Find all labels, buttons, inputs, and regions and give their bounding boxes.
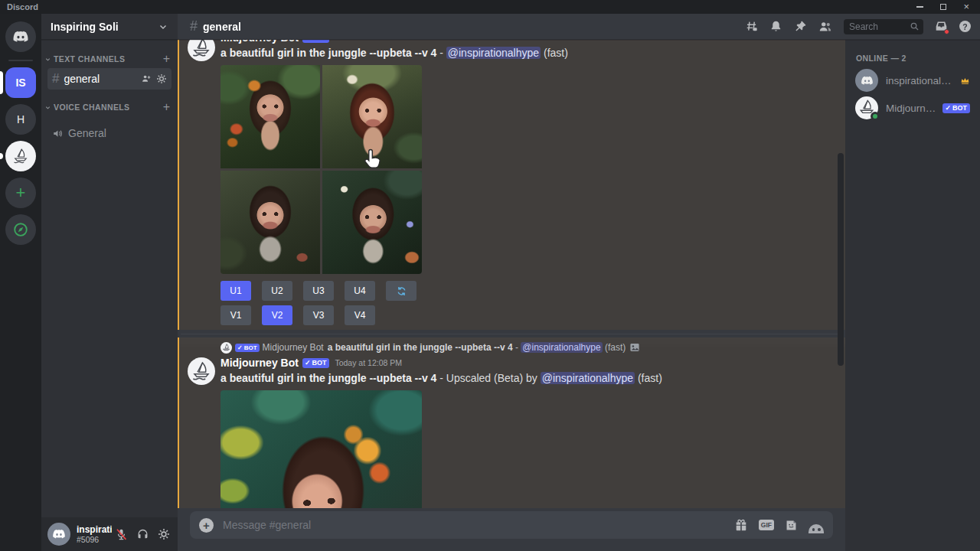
author-name[interactable]: Midjourney Bot: [220, 40, 299, 44]
reply-preview-text[interactable]: a beautiful girl in the junggle --upbeta…: [328, 342, 626, 353]
upscale-button-u3[interactable]: U3: [303, 281, 334, 301]
verified-check-icon: ✓: [305, 359, 311, 367]
mention-pill[interactable]: @inspirationalhype: [446, 47, 541, 59]
member-list-icon[interactable]: [818, 20, 832, 34]
channel-general[interactable]: # general: [47, 68, 172, 90]
bot-badge: ✓BOT: [302, 358, 330, 368]
unread-pill: [0, 153, 3, 159]
reply-author-name[interactable]: Midjourney Bot: [263, 342, 324, 353]
generated-image-3[interactable]: [220, 171, 320, 274]
variation-button-v1[interactable]: V1: [220, 305, 251, 325]
search-input[interactable]: [849, 21, 910, 32]
prompt-text: a beautiful girl in the junggle --upbeta…: [220, 47, 436, 59]
bot-badge: ✓BOT: [235, 344, 260, 352]
server-icon-h[interactable]: H: [0, 104, 41, 135]
emoji-picker-icon[interactable]: [808, 517, 824, 533]
notifications-bell-icon[interactable]: [769, 20, 782, 33]
message-divider: [181, 334, 838, 334]
hash-icon: #: [52, 71, 59, 86]
content-area: # general: [178, 14, 980, 551]
gif-picker-icon[interactable]: GIF: [759, 520, 774, 531]
message-input[interactable]: [223, 519, 728, 531]
add-server-button[interactable]: +: [0, 178, 41, 208]
server-icon-inspiring-soli[interactable]: IS: [0, 67, 41, 98]
variation-button-v4[interactable]: V4: [345, 305, 375, 325]
maximize-icon[interactable]: [940, 4, 946, 10]
generated-image-2[interactable]: [322, 65, 422, 168]
author-name[interactable]: Midjourney Bot: [220, 357, 299, 369]
variation-button-v2[interactable]: V2: [262, 305, 292, 325]
member-inspirationalhype[interactable]: inspirationalhype: [851, 67, 974, 93]
generated-image-1[interactable]: [220, 65, 320, 168]
create-channel-icon[interactable]: +: [163, 52, 170, 66]
user-avatar[interactable]: [47, 523, 70, 546]
upscaled-image-attachment[interactable]: [220, 390, 422, 508]
category-text-channels[interactable]: TEXT CHANNELS +: [41, 51, 178, 67]
minimize-icon[interactable]: [916, 6, 923, 8]
deafen-headphones-icon[interactable]: [133, 525, 152, 543]
upscale-button-u2[interactable]: U2: [262, 281, 292, 301]
discord-logo-icon: [12, 28, 29, 45]
search-box[interactable]: [844, 19, 923, 34]
sticker-icon[interactable]: [785, 519, 798, 532]
message-grid-result: Midjourney Bot ✓BOT a beautiful girl in …: [178, 40, 845, 330]
refresh-icon: [396, 285, 407, 297]
help-icon[interactable]: ?: [959, 21, 971, 32]
rail-divider: [8, 60, 33, 61]
inbox-unread-dot: [944, 29, 949, 34]
message-text: a beautiful girl in the junggle --upbeta…: [220, 46, 833, 60]
edit-channel-gear-icon[interactable]: [156, 73, 167, 84]
category-voice-channels[interactable]: VOICE CHANNELS +: [41, 99, 178, 116]
image-attachment-icon: [629, 342, 640, 353]
search-icon: [910, 21, 920, 31]
timestamp: Today at 12:08 PM: [335, 358, 402, 367]
invite-people-icon[interactable]: [141, 73, 152, 84]
voice-channel-general[interactable]: General: [47, 123, 172, 143]
chevron-down-icon: [44, 104, 51, 111]
chevron-down-icon: [158, 21, 168, 32]
server-header[interactable]: Inspiring Soli: [41, 14, 178, 40]
titlebar: Discord ×: [0, 0, 980, 14]
threads-icon[interactable]: [745, 20, 758, 33]
member-midjourney-bot[interactable]: Midjourney Bot ✓BOT: [851, 95, 974, 121]
username: inspiration...: [77, 524, 112, 535]
server-rail: IS H +: [0, 14, 41, 551]
message-header-clipped: Midjourney Bot ✓BOT: [220, 40, 833, 44]
message-input-bar[interactable]: + GIF: [190, 511, 833, 539]
avatar: [855, 69, 878, 92]
variation-button-v3[interactable]: V3: [303, 305, 334, 325]
midjourney-bot-avatar[interactable]: [188, 357, 215, 385]
reply-author-avatar[interactable]: [220, 342, 232, 354]
mic-muted-icon[interactable]: [112, 525, 130, 543]
close-icon[interactable]: ×: [963, 3, 969, 11]
chevron-down-icon: [44, 56, 51, 63]
composer: + GIF: [178, 508, 845, 551]
mention-pill[interactable]: @inspirationalhype: [521, 342, 602, 353]
home-button[interactable]: [0, 21, 41, 52]
upscale-button-u4[interactable]: U4: [345, 281, 375, 301]
message-scroll-area[interactable]: Midjourney Bot ✓BOT a beautiful girl in …: [178, 40, 845, 508]
message-text: a beautiful girl in the junggle --upbeta…: [220, 371, 833, 386]
member-list: ONLINE — 2 inspirationalhype: [845, 40, 980, 551]
inbox-icon[interactable]: [935, 20, 948, 33]
app-title: Discord: [0, 2, 38, 11]
settings-gear-icon[interactable]: [155, 525, 173, 543]
explore-servers-button[interactable]: [0, 214, 41, 245]
reply-reference[interactable]: ✓BOT Midjourney Bot a beautiful girl in …: [220, 341, 833, 354]
create-channel-icon[interactable]: +: [163, 100, 170, 114]
add-attachment-icon[interactable]: +: [199, 518, 214, 533]
server-owner-crown-icon: [960, 76, 970, 86]
midjourney-bot-avatar[interactable]: [188, 40, 215, 61]
user-meta[interactable]: inspiration... #5096: [77, 524, 112, 544]
image-grid-attachment[interactable]: [220, 65, 422, 274]
mention-pill[interactable]: @inspirationalhype: [541, 372, 635, 384]
upscale-button-u1[interactable]: U1: [220, 281, 251, 301]
server-icon-midjourney[interactable]: [0, 141, 41, 171]
reroll-button[interactable]: [386, 281, 416, 301]
generated-image-4[interactable]: [322, 171, 422, 274]
pinned-messages-icon[interactable]: [794, 20, 807, 33]
gift-icon[interactable]: [734, 518, 748, 532]
member-name: inspirationalhype: [886, 75, 957, 86]
message-upscaled-result: ✓BOT Midjourney Bot a beautiful girl in …: [178, 337, 845, 508]
chat-scrollbar-thumb[interactable]: [838, 153, 844, 366]
